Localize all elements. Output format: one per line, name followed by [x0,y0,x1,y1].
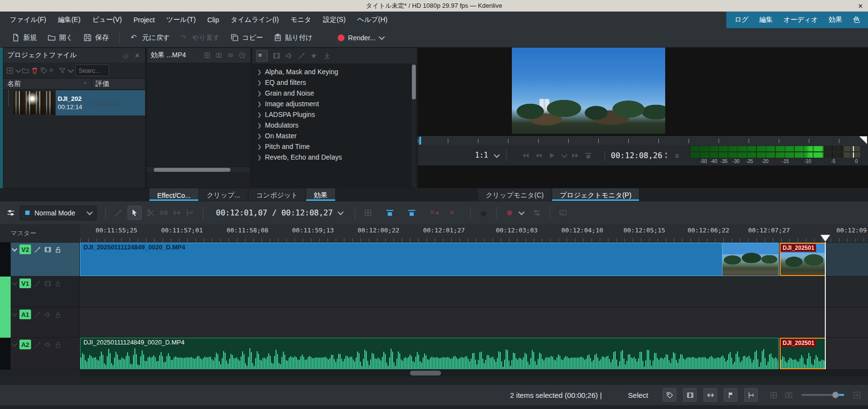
effect-category[interactable]: ❯LADSPA Plugins [252,109,417,120]
edit-mode-select[interactable]: Normal Mode [20,206,97,220]
vscroll-thumb[interactable] [412,65,416,99]
collapse-track-icon[interactable] [12,246,17,251]
forward-icon[interactable] [572,152,579,159]
layout-audio[interactable]: オーディオ [779,13,822,27]
menu-file[interactable]: ファイル(F) [5,13,51,27]
effect-category[interactable]: ❯Pitch and Time [252,141,417,152]
lift-zone-icon[interactable]: ✕ [449,209,458,217]
timeline-timecodes[interactable]: 00:12:01,07 / 00:12:08,27 [212,208,346,217]
view-mode-icon[interactable]: ≡ [49,67,57,74]
slip-tool-icon[interactable] [173,209,181,217]
effect-category[interactable]: ❯On Master [252,131,417,141]
track-a1-target[interactable] [0,308,11,338]
track-lock-icon[interactable] [54,246,62,253]
add-clip-chevron-icon[interactable] [16,66,22,73]
show-audio-thumbnails-button[interactable] [704,388,717,402]
keyframe-icon[interactable] [203,51,211,59]
menu-edit[interactable]: 編集(E) [53,13,85,27]
effect-category[interactable]: ❯Image adjustment [252,98,417,109]
show-all-effects-icon[interactable]: ≡ [256,50,268,62]
filter-icon[interactable] [59,67,66,74]
tab-compositions[interactable]: コンポジット [248,188,306,201]
video-clip-selected[interactable]: DJI_202501 [780,243,826,276]
track-hide-icon[interactable] [44,280,51,287]
tab-clip-monitor[interactable]: クリップモニタ(C) [478,188,552,201]
track-mute-icon[interactable] [44,311,51,318]
track-lock-icon[interactable] [54,311,62,318]
new-button[interactable]: 新規 [8,31,41,45]
fit-zoom-icon[interactable] [770,391,778,399]
track-lock-icon[interactable] [54,341,62,348]
track-mute-icon[interactable] [44,341,51,348]
download-effects-icon[interactable] [323,52,331,60]
column-rating[interactable]: 評価 [92,79,145,89]
monitor-corner-grip[interactable] [859,136,867,144]
extract-zone-icon[interactable]: ✕◂ [429,209,438,217]
audio-clip[interactable]: DJI_20250111124849_0020_D.MP4 [80,338,779,369]
razor-tool-icon[interactable] [147,209,155,217]
show-effects-icon[interactable] [227,51,234,59]
zoom-slider-handle[interactable] [832,392,839,398]
menu-settings[interactable]: 設定(S) [318,13,351,27]
tag-icon[interactable] [40,67,48,74]
play-icon[interactable] [548,152,556,159]
ripple-tool-icon[interactable] [186,209,194,217]
collapse-track-icon[interactable] [12,280,17,285]
effect-category[interactable]: ❯Reverb, Echo and Delays [252,152,417,163]
track-a1-header[interactable]: A1 [11,308,80,338]
effect-category[interactable]: ❯EQ and filters [252,77,417,88]
subtitle-icon[interactable] [559,209,567,217]
effect-category[interactable]: ❯Grain and Noise [252,88,417,98]
search-input[interactable] [75,65,109,76]
snap-button[interactable] [744,388,758,402]
paste-button[interactable]: 貼り付け [270,31,317,45]
undo-button[interactable]: ↶元に戻す [127,31,174,45]
track-v1-badge[interactable]: V1 [19,278,31,288]
track-effects-icon[interactable] [34,246,41,253]
add-clip-icon[interactable] [6,67,14,74]
monitor-menu-icon[interactable]: ≡ [675,151,679,160]
track-a2-body[interactable]: DJI_20250111124849_0020_D.MP4 DJI_202501 [80,338,868,370]
zoom-out-icon[interactable] [785,391,793,399]
collapse-track-icon[interactable] [12,341,17,346]
audio-mixer-icon[interactable] [533,209,541,217]
select-tool-button[interactable] [128,206,142,220]
timeline-hscrollbar[interactable] [80,370,868,376]
effect-timer-icon[interactable] [238,51,246,59]
hscroll-thumb[interactable] [154,168,230,172]
track-a2-header[interactable]: A2 [11,338,80,370]
mix-clips-icon[interactable] [364,209,372,217]
monitor-timecode[interactable]: 00:12:08,26 ▲▼ [605,151,668,160]
track-v2-badge[interactable]: V2 [19,245,31,254]
menu-project[interactable]: Project [129,13,160,27]
track-a1-body[interactable] [80,308,868,338]
timeline-ruler[interactable]: 00:11:55;25 00:11:57;01 00:11:58;08 00:1… [80,224,868,243]
layout-log[interactable]: ログ [730,13,753,27]
track-options-icon[interactable] [7,209,15,217]
monitor-seek-ruler[interactable] [418,135,868,145]
timeline-zoom-slider[interactable] [802,391,844,399]
redo-button[interactable]: ↷やり直す [177,31,224,45]
track-v2-header[interactable]: V2 [11,243,80,277]
close-window-button[interactable]: ✕ [858,0,863,12]
create-folder-icon[interactable] [22,67,29,74]
timeline-scroll-thumb[interactable] [410,371,441,376]
menu-timeline[interactable]: タイムライン(I) [226,13,283,27]
render-button[interactable]: Render... [334,32,387,44]
timecode-spinners[interactable]: ▲▼ [664,151,668,159]
menu-monitor[interactable]: モニタ [286,13,316,27]
copy-button[interactable]: コピー [227,31,267,45]
play-options-chevron-icon[interactable] [561,151,568,158]
track-v1-body[interactable] [80,277,868,308]
record-chevron-icon[interactable] [518,209,524,215]
tab-effect-compositions[interactable]: Effect/Co... [149,188,199,201]
show-video-thumbnails-button[interactable] [683,388,697,402]
track-effects-icon[interactable] [34,311,41,318]
close-panel-icon[interactable]: ✕ [133,51,141,59]
overwrite-zone-icon[interactable] [408,209,416,217]
custom-effects-icon[interactable] [298,52,306,60]
track-v1-target[interactable] [0,277,11,308]
track-hide-icon[interactable] [44,246,51,253]
split-compare-icon[interactable] [215,51,223,59]
rewind-icon[interactable] [535,152,542,159]
